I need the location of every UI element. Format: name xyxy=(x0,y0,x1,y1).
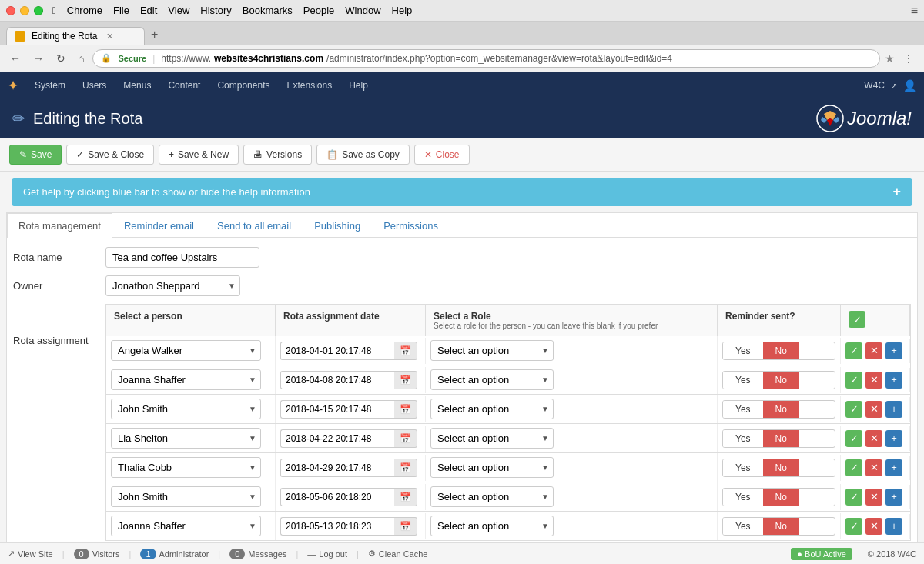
person-select-6[interactable]: Joanna Shaffer xyxy=(111,516,261,536)
date-input-4[interactable] xyxy=(280,459,394,477)
person-select-0[interactable]: Angela Walker xyxy=(111,340,261,361)
calendar-btn-1[interactable]: 📅 xyxy=(394,371,417,389)
person-select-1[interactable]: Joanna Shaffer xyxy=(111,369,261,390)
blue-btn-6[interactable]: + xyxy=(886,518,902,535)
calendar-btn-6[interactable]: 📅 xyxy=(394,517,417,536)
file-menu[interactable]: File xyxy=(113,5,129,16)
no-btn-6[interactable]: No xyxy=(763,518,799,535)
yes-btn-3[interactable]: Yes xyxy=(723,430,763,447)
user-icon[interactable]: 👤 xyxy=(903,79,916,92)
yes-btn-6[interactable]: Yes xyxy=(723,518,763,535)
help-bar[interactable]: Get help by clicking blue bar to show or… xyxy=(12,178,912,206)
clean-cache-item[interactable]: ⚙ Clean Cache xyxy=(368,549,428,559)
topbar-menus[interactable]: Menus xyxy=(116,77,159,94)
yes-btn-0[interactable]: Yes xyxy=(723,342,763,359)
calendar-btn-2[interactable]: 📅 xyxy=(394,400,417,419)
home-button[interactable]: ⌂ xyxy=(74,50,88,67)
forward-button[interactable]: → xyxy=(29,50,48,67)
save-button[interactable]: ✎ Save xyxy=(9,145,62,165)
close-button[interactable]: ✕ Close xyxy=(414,145,470,165)
role-select-6[interactable]: Select an option xyxy=(430,516,554,536)
person-select-2[interactable]: John Smith xyxy=(111,399,261,419)
add-row-button[interactable]: ✓ xyxy=(849,311,865,328)
blue-btn-1[interactable]: + xyxy=(886,372,902,389)
person-select-3[interactable]: Lia Shelton xyxy=(111,428,261,449)
calendar-btn-5[interactable]: 📅 xyxy=(394,488,417,506)
calendar-btn-0[interactable]: 📅 xyxy=(394,342,417,360)
window-menu[interactable]: Window xyxy=(345,5,380,16)
calendar-btn-4[interactable]: 📅 xyxy=(394,459,417,477)
green-btn-0[interactable]: ✓ xyxy=(845,342,862,359)
green-btn-2[interactable]: ✓ xyxy=(845,401,862,418)
save-close-button[interactable]: ✓ Save & Close xyxy=(66,145,154,165)
role-select-5[interactable]: Select an option xyxy=(430,486,554,507)
green-btn-1[interactable]: ✓ xyxy=(845,372,862,389)
yes-btn-4[interactable]: Yes xyxy=(723,459,763,476)
date-input-0[interactable] xyxy=(280,342,394,360)
blue-btn-0[interactable]: + xyxy=(886,342,902,359)
date-input-5[interactable] xyxy=(280,488,394,506)
view-site-item[interactable]: ↗ View Site xyxy=(8,549,53,559)
date-input-3[interactable] xyxy=(280,429,394,448)
green-btn-6[interactable]: ✓ xyxy=(845,518,862,535)
red-btn-5[interactable]: ✕ xyxy=(865,489,882,506)
date-input-2[interactable] xyxy=(280,400,394,419)
view-menu[interactable]: View xyxy=(168,5,189,16)
minimize-dot[interactable] xyxy=(20,6,29,15)
person-select-4[interactable]: Thalia Cobb xyxy=(111,457,261,478)
no-btn-0[interactable]: No xyxy=(763,342,799,359)
active-tab[interactable]: Editing the Rota ✕ xyxy=(6,27,145,45)
red-btn-1[interactable]: ✕ xyxy=(865,372,882,389)
blue-btn-3[interactable]: + xyxy=(886,430,902,447)
role-select-0[interactable]: Select an option xyxy=(430,340,554,361)
blue-btn-5[interactable]: + xyxy=(886,489,902,506)
topbar-users[interactable]: Users xyxy=(75,77,114,94)
blue-btn-2[interactable]: + xyxy=(886,401,902,418)
new-tab-button[interactable]: + xyxy=(145,25,164,45)
no-btn-2[interactable]: No xyxy=(763,401,799,418)
back-button[interactable]: ← xyxy=(6,50,25,67)
topbar-content[interactable]: Content xyxy=(160,77,208,94)
help-bar-toggle[interactable]: + xyxy=(892,184,901,200)
no-btn-5[interactable]: No xyxy=(763,489,799,506)
green-btn-3[interactable]: ✓ xyxy=(845,430,862,447)
no-btn-4[interactable]: No xyxy=(763,459,799,476)
yes-btn-5[interactable]: Yes xyxy=(723,489,763,506)
no-btn-3[interactable]: No xyxy=(763,430,799,447)
no-btn-1[interactable]: No xyxy=(763,372,799,389)
history-menu[interactable]: History xyxy=(200,5,231,16)
blue-btn-4[interactable]: + xyxy=(886,459,902,476)
yes-btn-1[interactable]: Yes xyxy=(723,372,763,389)
tab-close-button[interactable]: ✕ xyxy=(106,32,113,42)
edit-menu[interactable]: Edit xyxy=(140,5,157,16)
topbar-system[interactable]: System xyxy=(27,77,73,94)
yes-btn-2[interactable]: Yes xyxy=(723,401,763,418)
red-btn-0[interactable]: ✕ xyxy=(865,342,882,359)
help-menu[interactable]: Help xyxy=(392,5,413,16)
calendar-btn-3[interactable]: 📅 xyxy=(394,429,417,448)
tab-permissions[interactable]: Permissions xyxy=(372,213,450,238)
rota-name-input[interactable] xyxy=(105,247,259,268)
close-dot[interactable] xyxy=(6,6,15,15)
save-new-button[interactable]: + Save & New xyxy=(159,145,239,165)
owner-select[interactable]: Jonathon Sheppard xyxy=(105,275,240,296)
role-select-4[interactable]: Select an option xyxy=(430,457,554,478)
logout-item[interactable]: — Log out xyxy=(307,549,347,559)
people-menu[interactable]: People xyxy=(303,5,334,16)
date-input-6[interactable] xyxy=(280,517,394,536)
red-btn-4[interactable]: ✕ xyxy=(865,459,882,476)
role-select-2[interactable]: Select an option xyxy=(430,399,554,419)
green-btn-4[interactable]: ✓ xyxy=(845,459,862,476)
w4c-link[interactable]: W4C xyxy=(864,80,885,91)
tab-rota-management[interactable]: Rota management xyxy=(7,213,112,238)
topbar-components[interactable]: Components xyxy=(209,77,277,94)
date-input-1[interactable] xyxy=(280,371,394,389)
reload-button[interactable]: ↻ xyxy=(52,50,69,67)
red-btn-3[interactable]: ✕ xyxy=(865,430,882,447)
settings-button[interactable]: ⋮ xyxy=(899,50,918,67)
topbar-help[interactable]: Help xyxy=(341,77,376,94)
tab-send-all-email[interactable]: Send to all email xyxy=(206,213,303,238)
maximize-dot[interactable] xyxy=(34,6,43,15)
versions-button[interactable]: 🖶 Versions xyxy=(243,145,312,165)
bookmark-star-button[interactable]: ★ xyxy=(885,52,895,65)
